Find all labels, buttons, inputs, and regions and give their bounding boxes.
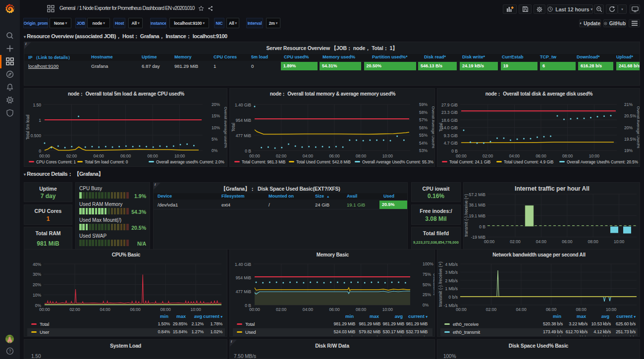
svg-text:20%: 20% xyxy=(624,125,633,130)
svg-text:?: ? xyxy=(9,349,11,354)
svg-text:node： Overall total disk & av: node： Overall total disk & average disk … xyxy=(485,91,593,97)
svg-text:06:00: 06:00 xyxy=(329,154,340,158)
svg-text:Total 5m load: Total 5m load xyxy=(25,114,30,140)
svg-text:19%: 19% xyxy=(624,148,633,153)
svg-text:08:00: 08:00 xyxy=(160,307,171,312)
svg-text:04:00: 04:00 xyxy=(509,154,520,158)
svg-text:1.40 GiB: 1.40 GiB xyxy=(235,262,251,267)
svg-text:00:00: 00:00 xyxy=(249,154,260,158)
svg-text:CPU% Basic: CPU% Basic xyxy=(112,252,141,257)
svg-text:Overall Average Used%: Overall Average Used% xyxy=(431,106,435,149)
svg-text:10:00: 10:00 xyxy=(190,307,201,312)
svg-text:04:00: 04:00 xyxy=(516,307,527,312)
svg-text:15%: 15% xyxy=(212,113,220,118)
svg-text:node： Overall total 5m load &: node： Overall total 5m load & average CP… xyxy=(68,91,184,97)
svg-text:18.6 GiB: 18.6 GiB xyxy=(441,118,458,123)
svg-text:10%: 10% xyxy=(33,293,41,298)
svg-text:Overall average used% Current: Overall average used% Current: 2.0% xyxy=(156,160,224,164)
svg-text:58%: 58% xyxy=(419,110,428,115)
svg-text:0 B: 0 B xyxy=(245,149,251,154)
svg-text:04:00: 04:00 xyxy=(93,154,104,158)
svg-text:Total 5m load Current: 0: Total 5m load Current: 0 xyxy=(85,160,128,164)
svg-text:Total: Total xyxy=(438,123,443,132)
svg-text:57.2 MiB: 57.2 MiB xyxy=(469,192,485,197)
svg-text:08:00: 08:00 xyxy=(356,154,367,158)
svg-text:00:00: 00:00 xyxy=(39,154,50,158)
svg-text:10:00: 10:00 xyxy=(589,154,600,158)
svg-text:10:00: 10:00 xyxy=(606,307,617,312)
svg-text:04:00: 04:00 xyxy=(303,154,314,158)
svg-text:Overall Average Used%: Overall Average Used% xyxy=(636,106,640,149)
svg-text:02:00: 02:00 xyxy=(276,154,287,158)
svg-text:3 Mb/s: 3 Mb/s xyxy=(445,270,458,275)
svg-text:75%: 75% xyxy=(423,272,431,277)
svg-text:0.500: 0.500 xyxy=(31,133,42,138)
svg-text:06:00: 06:00 xyxy=(130,307,141,312)
svg-text:40%: 40% xyxy=(33,262,41,267)
svg-text:02:00: 02:00 xyxy=(66,154,77,158)
svg-text:25%: 25% xyxy=(423,292,431,297)
svg-text:23.3 GiB: 23.3 GiB xyxy=(441,110,458,115)
svg-text:Total Used Current: 4.9 GiB: Total Used Current: 4.9 GiB xyxy=(504,160,554,164)
svg-text:30%: 30% xyxy=(33,272,41,277)
svg-text:02:00: 02:00 xyxy=(483,154,493,158)
svg-text:0 B: 0 B xyxy=(451,149,458,154)
svg-text:Total Current: 981.3 MiB: Total Current: 981.3 MiB xyxy=(242,160,286,164)
svg-text:14.0 GiB: 14.0 GiB xyxy=(441,125,458,130)
svg-text:20.5%: 20.5% xyxy=(624,113,637,118)
svg-text:00:00: 00:00 xyxy=(249,307,260,312)
svg-text:10:00: 10:00 xyxy=(382,307,393,312)
svg-text:04:00: 04:00 xyxy=(536,239,547,244)
svg-text:transmit (-) /receive (+): transmit (-) /receive (+) xyxy=(464,194,469,237)
svg-text:4 Mb/s: 4 Mb/s xyxy=(445,262,458,267)
svg-text:38.1 MiB: 38.1 MiB xyxy=(469,203,485,207)
svg-text:50%: 50% xyxy=(423,282,431,287)
svg-text:Memory Basic: Memory Basic xyxy=(317,252,349,257)
svg-text:06:00: 06:00 xyxy=(329,307,340,312)
svg-text:02:00: 02:00 xyxy=(276,307,287,312)
svg-text:27.9 GiB: 27.9 GiB xyxy=(441,103,458,107)
svg-text:19.1 MiB: 19.1 MiB xyxy=(469,213,485,218)
svg-text:00:00: 00:00 xyxy=(456,154,467,158)
svg-text:9.3 GiB: 9.3 GiB xyxy=(444,133,458,138)
svg-text:10:00: 10:00 xyxy=(614,239,625,244)
svg-text:Total Used Current: 542.8 MiB: Total Used Current: 542.8 MiB xyxy=(296,160,351,164)
svg-text:4.7 GiB: 4.7 GiB xyxy=(444,141,458,146)
svg-text:08:00: 08:00 xyxy=(147,154,158,158)
svg-text:55%: 55% xyxy=(419,133,428,138)
svg-text:04:00: 04:00 xyxy=(303,307,314,312)
svg-text:Total: Total xyxy=(231,123,236,132)
svg-text:Overall average used%: Overall average used% xyxy=(223,106,227,148)
svg-text:08:00: 08:00 xyxy=(588,239,599,244)
svg-text:10:00: 10:00 xyxy=(382,154,393,158)
svg-text:00:00: 00:00 xyxy=(484,239,495,244)
svg-text:06:00: 06:00 xyxy=(536,154,546,158)
svg-text:10:00: 10:00 xyxy=(174,154,185,158)
svg-text:0: 0 xyxy=(39,149,41,154)
svg-text:1: 1 xyxy=(39,118,41,123)
svg-text:06:00: 06:00 xyxy=(562,239,573,244)
svg-text:08:00: 08:00 xyxy=(562,154,573,158)
svg-text:1 Mb/s: 1 Mb/s xyxy=(445,286,458,291)
svg-text:0 B: 0 B xyxy=(479,224,485,229)
svg-text:21%: 21% xyxy=(624,102,633,107)
svg-text:Overall Average Used% Current: Overall Average Used% Current: 55.3% xyxy=(362,160,433,164)
svg-text:59%: 59% xyxy=(419,102,428,107)
svg-text:06:00: 06:00 xyxy=(120,154,131,158)
svg-text:08:00: 08:00 xyxy=(356,307,367,312)
svg-text:Total Current: 24.1 GiB: Total Current: 24.1 GiB xyxy=(449,160,491,164)
svg-text:1.50: 1.50 xyxy=(33,103,41,107)
svg-text:0%: 0% xyxy=(212,148,218,153)
svg-text:954 MiB: 954 MiB xyxy=(236,275,252,280)
svg-text:954 MiB: 954 MiB xyxy=(236,118,252,123)
svg-text:0%: 0% xyxy=(423,303,429,308)
svg-text:06:00: 06:00 xyxy=(546,307,557,312)
svg-text:transmit (-) /receive (+): transmit (-) /receive (+) xyxy=(438,261,443,307)
svg-text:20%: 20% xyxy=(212,102,220,107)
svg-text:2 Mb/s: 2 Mb/s xyxy=(445,278,458,283)
svg-text:20%: 20% xyxy=(33,282,41,287)
svg-text:57%: 57% xyxy=(419,117,428,122)
svg-text:-19 MiB: -19 MiB xyxy=(471,235,486,240)
svg-text:477 MiB: 477 MiB xyxy=(236,133,252,138)
svg-text:10%: 10% xyxy=(212,125,220,130)
